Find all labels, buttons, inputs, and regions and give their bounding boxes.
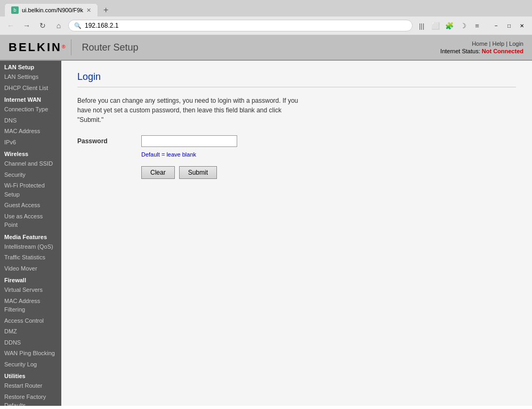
reload-button[interactable]: ↻ bbox=[36, 19, 49, 32]
clear-button[interactable]: Clear bbox=[141, 166, 175, 179]
new-tab-button[interactable]: + bbox=[100, 5, 111, 15]
header-nav-links: Home | Help | Login bbox=[440, 40, 523, 47]
browser-toolbar: ← → ↻ ⌂ 🔍 ||| ⬜ 🧩 ☽ ≡ − □ ✕ bbox=[0, 17, 532, 35]
menu-icon[interactable]: ≡ bbox=[471, 20, 483, 31]
default-hint: Default = leave blank bbox=[141, 151, 516, 158]
tab-close-button[interactable]: ✕ bbox=[86, 7, 91, 14]
home-button[interactable]: ⌂ bbox=[52, 19, 65, 32]
sidebar-item-restore-factory-defaults[interactable]: Restore Factory Defaults bbox=[0, 391, 61, 406]
sidebar-section-internet-wan: Internet WAN bbox=[0, 93, 61, 104]
sidebar-item-dmz[interactable]: DMZ bbox=[0, 326, 61, 337]
belkin-logo: BELKIN® bbox=[9, 40, 66, 54]
sidebar-item-security-log[interactable]: Security Log bbox=[0, 359, 61, 370]
lock-icon: 🔍 bbox=[74, 22, 82, 29]
login-form: Password Default = leave blank Clear Sub… bbox=[77, 135, 516, 179]
sidebar-item-mac-address[interactable]: MAC Address bbox=[0, 126, 61, 137]
sidebar-item-mac-address-filtering[interactable]: MAC Address Filtering bbox=[0, 296, 61, 315]
sidebar-item-ddns[interactable]: DDNS bbox=[0, 337, 61, 348]
sidebar-item-video-mover[interactable]: Video Mover bbox=[0, 263, 61, 274]
sidebar-item-connection-type[interactable]: Connection Type bbox=[0, 104, 61, 115]
address-bar: 🔍 bbox=[68, 20, 413, 31]
tab-bar: b ui.belkin.com/N900/F9k ✕ + bbox=[0, 0, 532, 17]
sidebar-item-restart-router[interactable]: Restart Router bbox=[0, 380, 61, 391]
sidebar-item-wan-ping-blocking[interactable]: WAN Ping Blocking bbox=[0, 348, 61, 359]
browser-actions: ||| ⬜ 🧩 ☽ ≡ bbox=[416, 20, 483, 31]
account-icon[interactable]: ☽ bbox=[457, 20, 469, 31]
sidebar: LAN SetupLAN SettingsDHCP Client ListInt… bbox=[0, 61, 61, 406]
form-buttons: Clear Submit bbox=[141, 166, 516, 179]
submit-button[interactable]: Submit bbox=[179, 166, 217, 179]
close-button[interactable]: ✕ bbox=[516, 20, 528, 31]
sidebar-section-wireless: Wireless bbox=[0, 148, 61, 158]
sidebar-item-virtual-servers[interactable]: Virtual Servers bbox=[0, 284, 61, 296]
sidebar-item-traffic-statistics[interactable]: Traffic Statistics bbox=[0, 252, 61, 263]
bookmarks-icon[interactable]: ||| bbox=[416, 20, 428, 31]
sidebar-item-ipv6[interactable]: IPv6 bbox=[0, 137, 61, 148]
reading-mode-icon[interactable]: ⬜ bbox=[430, 20, 441, 31]
sidebar-item-guest-access[interactable]: Guest Access bbox=[0, 200, 61, 211]
tab-favicon: b bbox=[11, 6, 19, 14]
sidebar-item-intellistream-qos-[interactable]: Intellistream (QoS) bbox=[0, 241, 61, 252]
header-right: Home | Help | Login Internet Status: Not… bbox=[440, 40, 523, 54]
sidebar-item-dns[interactable]: DNS bbox=[0, 115, 61, 126]
minimize-button[interactable]: − bbox=[490, 20, 502, 31]
window-controls: − □ ✕ bbox=[490, 20, 528, 31]
password-label: Password bbox=[77, 137, 141, 145]
sidebar-section-utilities: Utilities bbox=[0, 370, 61, 380]
login-description: Before you can change any settings, you … bbox=[77, 96, 301, 125]
sidebar-section-media-features: Media Features bbox=[0, 231, 61, 241]
internet-status-value: Not Connected bbox=[482, 48, 523, 54]
sidebar-item-use-as-access-point[interactable]: Use as Access Point bbox=[0, 211, 61, 231]
login-title: Login bbox=[77, 71, 516, 87]
internet-status-label: Internet Status: bbox=[440, 48, 480, 54]
forward-button[interactable]: → bbox=[20, 19, 33, 32]
restore-button[interactable]: □ bbox=[503, 20, 515, 31]
extension-icon[interactable]: 🧩 bbox=[444, 20, 455, 31]
back-button[interactable]: ← bbox=[4, 19, 17, 32]
router-header: BELKIN® Router Setup Home | Help | Login… bbox=[0, 35, 532, 61]
tab-title: ui.belkin.com/N900/F9k bbox=[22, 7, 83, 13]
active-tab[interactable]: b ui.belkin.com/N900/F9k ✕ bbox=[4, 3, 98, 17]
sidebar-item-channel-and-ssid[interactable]: Channel and SSID bbox=[0, 158, 61, 169]
sidebar-item-wi-fi-protected-setup[interactable]: Wi-Fi Protected Setup bbox=[0, 180, 61, 200]
sidebar-item-lan-settings[interactable]: LAN Settings bbox=[0, 71, 61, 83]
sidebar-section-lan-setup: LAN Setup bbox=[0, 61, 61, 71]
main-content: Login Before you can change any settings… bbox=[61, 61, 532, 406]
router-setup-title: Router Setup bbox=[82, 42, 139, 53]
address-input[interactable] bbox=[85, 22, 407, 29]
sidebar-item-dhcp-client-list[interactable]: DHCP Client List bbox=[0, 83, 61, 94]
sidebar-section-firewall: Firewall bbox=[0, 274, 61, 284]
password-input[interactable] bbox=[141, 135, 237, 147]
internet-status: Internet Status: Not Connected bbox=[440, 48, 523, 54]
sidebar-item-security[interactable]: Security bbox=[0, 169, 61, 181]
password-row: Password bbox=[77, 135, 516, 147]
sidebar-item-access-control[interactable]: Access Control bbox=[0, 315, 61, 326]
